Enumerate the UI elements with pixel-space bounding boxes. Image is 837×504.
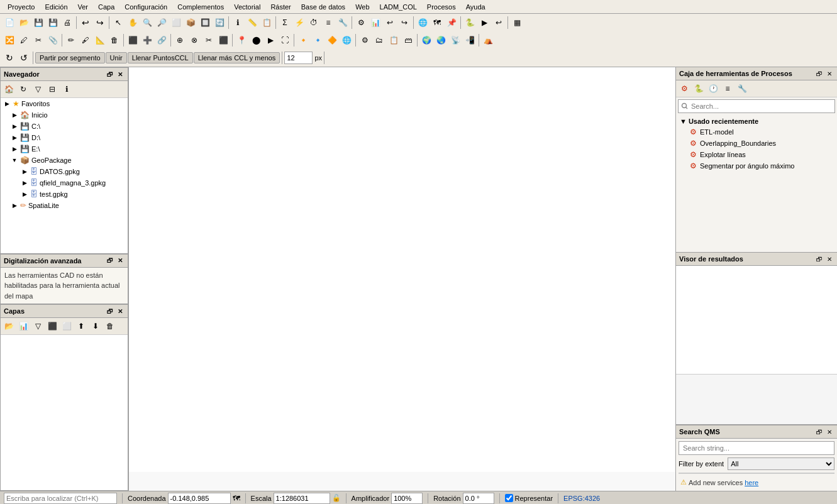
nav-collapse-btn[interactable]: ⊟ <box>45 82 59 96</box>
tb2-21[interactable]: 🔹 <box>311 33 324 47</box>
tb-py1[interactable]: 🐍 <box>463 16 477 30</box>
tb-attr-table[interactable]: 📋 <box>260 16 274 30</box>
layer-add-btn[interactable]: 📂 <box>2 319 16 333</box>
menu-procesos[interactable]: Procesos <box>422 2 461 12</box>
tb2-30[interactable]: 📡 <box>448 33 462 47</box>
tb2-12[interactable]: ⊕ <box>173 33 187 47</box>
tb-refresh[interactable]: 🔄 <box>213 16 226 30</box>
qms-footer-link[interactable]: here <box>745 479 758 486</box>
tb-measure[interactable]: 📏 <box>245 16 259 30</box>
qms-filter-select[interactable]: All <box>728 457 834 470</box>
tb2-17[interactable]: ⬤ <box>249 33 263 47</box>
tb2-10[interactable]: ➕ <box>140 33 154 47</box>
tb-pan[interactable]: ✋ <box>126 16 140 30</box>
tb2-7[interactable]: 📐 <box>93 33 107 47</box>
tb2-9[interactable]: ⬛ <box>126 33 140 47</box>
tb-tip2[interactable]: ⚡ <box>292 16 306 30</box>
toolbox-gear-btn[interactable]: ⚙ <box>677 82 691 96</box>
tb-zoom-layer[interactable]: 📦 <box>184 16 197 30</box>
results-close-btn[interactable]: ✕ <box>825 255 834 263</box>
tb-undo[interactable]: ↩ <box>79 16 92 30</box>
tb-tip1[interactable]: Σ <box>278 16 292 30</box>
nav-test-gpkg[interactable]: ▶ 🗄 test.gpkg <box>1 189 128 200</box>
tb2-25[interactable]: 🗂 <box>372 33 386 47</box>
menu-edicion[interactable]: Edición <box>40 2 72 12</box>
nav-info-btn[interactable]: ℹ <box>60 82 74 96</box>
nav-qfield-gpkg[interactable]: ▶ 🗄 qfield_magna_3.gpkg <box>1 177 128 189</box>
tb2-16[interactable]: 📍 <box>235 33 248 47</box>
toolbox-item-explotar[interactable]: ⚙ Explotar líneas <box>677 149 836 160</box>
tb2-22[interactable]: 🔶 <box>325 33 339 47</box>
layer-remove-btn[interactable]: 🗑 <box>103 319 117 333</box>
toolbox-recently-used[interactable]: ▼ Usado recientemente <box>677 116 836 126</box>
tb-ext3[interactable]: 📌 <box>445 16 458 30</box>
tb2-24[interactable]: ⚙ <box>358 33 372 47</box>
menu-ver[interactable]: Ver <box>73 2 94 12</box>
results-float-btn[interactable]: 🗗 <box>815 255 824 263</box>
tb-py2[interactable]: ▶ <box>477 16 491 30</box>
tb2-6[interactable]: 🖋 <box>79 33 92 47</box>
represent-checkbox[interactable] <box>505 494 513 502</box>
tb-tip5[interactable]: 🔧 <box>336 16 350 30</box>
tb-zoom-full[interactable]: ⬜ <box>169 16 183 30</box>
layer-group2-btn[interactable]: ⬜ <box>60 319 74 333</box>
tb-identify[interactable]: ℹ <box>231 16 245 30</box>
map-canvas[interactable] <box>129 67 675 472</box>
tb2-23[interactable]: 🌐 <box>340 33 353 47</box>
tb2-11[interactable]: 🔗 <box>155 33 169 47</box>
digi-close-btn[interactable]: ✕ <box>116 256 125 265</box>
qms-close-btn[interactable]: ✕ <box>825 427 834 436</box>
tb-print[interactable]: 🖨 <box>60 16 74 30</box>
tb2-31[interactable]: 📲 <box>463 33 477 47</box>
menu-vectorial[interactable]: Vectorial <box>229 2 265 12</box>
menu-proyecto[interactable]: Proyecto <box>3 2 40 12</box>
nav-spatialite[interactable]: ▶ ✏ SpatiaLite <box>1 200 128 211</box>
menu-ladm[interactable]: LADM_COL <box>375 2 422 12</box>
tb-tip3[interactable]: ⏱ <box>307 16 321 30</box>
tb2-26[interactable]: 📋 <box>387 33 401 47</box>
tb2-19[interactable]: ⛶ <box>278 33 292 47</box>
nav-inicio[interactable]: ▶ 🏠 Inicio <box>1 109 128 121</box>
toolbox-list-btn[interactable]: ≡ <box>721 82 734 96</box>
toolbox-item-etl[interactable]: ⚙ ETL-model <box>677 126 836 138</box>
tb-tip4[interactable]: ≡ <box>321 16 335 30</box>
tb2-13[interactable]: ⊗ <box>187 33 201 47</box>
tb2-20[interactable]: 🔸 <box>296 33 310 47</box>
coordinate-input[interactable] <box>168 493 231 504</box>
tb-zoom-out[interactable]: 🔎 <box>155 16 169 30</box>
tb-select[interactable]: ↖ <box>111 16 125 30</box>
tb2-2[interactable]: 🖊 <box>17 33 31 47</box>
px-value-input[interactable] <box>284 52 313 64</box>
tb2-28[interactable]: 🌍 <box>419 33 433 47</box>
layer-group1-btn[interactable]: ⬛ <box>45 319 59 333</box>
tb2-14[interactable]: ✂ <box>202 33 216 47</box>
nav-geopackage[interactable]: ▼ 📦 GeoPackage <box>1 155 128 166</box>
toolbox-clock-btn[interactable]: 🕐 <box>706 82 720 96</box>
qms-float-btn[interactable]: 🗗 <box>815 427 824 436</box>
epsg-label[interactable]: EPSG:4326 <box>563 495 600 502</box>
amplifier-input[interactable] <box>391 493 423 504</box>
tb-misc3[interactable]: ↩ <box>383 16 397 30</box>
menu-complementos[interactable]: Complementos <box>172 2 229 12</box>
tb2-29[interactable]: 🌏 <box>434 33 448 47</box>
tb-save-as[interactable]: 💾 <box>46 16 60 30</box>
btn-unir[interactable]: Unir <box>106 52 127 63</box>
tb-misc1[interactable]: ⚙ <box>354 16 368 30</box>
nav-favorites[interactable]: ▶ ★ Favoritos <box>1 98 128 109</box>
tb2-15[interactable]: ⬛ <box>216 33 230 47</box>
nav-d-drive[interactable]: ▶ 💾 D:\ <box>1 132 128 143</box>
layer-up-btn[interactable]: ⬆ <box>74 319 88 333</box>
menu-raster[interactable]: Ráster <box>265 2 296 12</box>
layer-filter-btn[interactable]: ▽ <box>31 319 45 333</box>
tb-redo[interactable]: ↪ <box>93 16 107 30</box>
navigator-float-btn[interactable]: 🗗 <box>106 70 114 79</box>
menu-base-datos[interactable]: Base de datos <box>296 2 350 12</box>
toolbox-settings-btn[interactable]: 🔧 <box>735 82 749 96</box>
menu-web[interactable]: Web <box>350 2 374 12</box>
tb2-1[interactable]: 🔀 <box>3 33 16 47</box>
tb2-4[interactable]: 📎 <box>46 33 60 47</box>
tb2-18[interactable]: ▶ <box>263 33 277 47</box>
nav-home-btn[interactable]: 🏠 <box>2 82 16 96</box>
scale-input[interactable] <box>274 493 330 504</box>
toolbox-python-btn[interactable]: 🐍 <box>692 82 706 96</box>
